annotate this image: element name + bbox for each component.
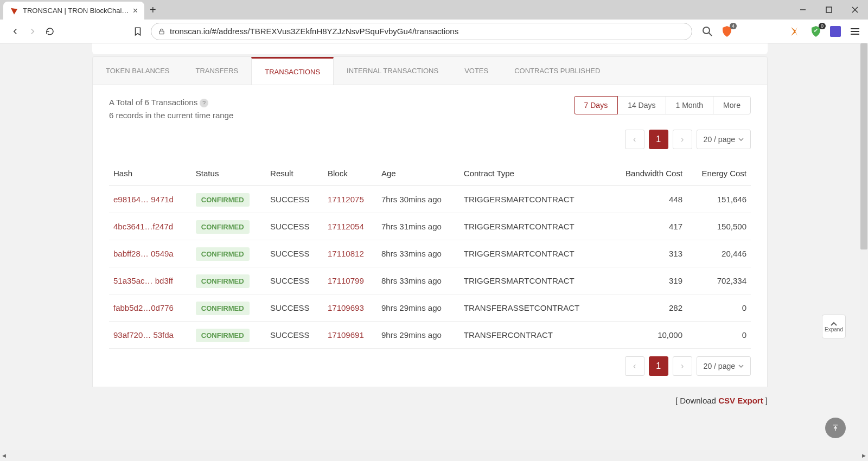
energy-cell: 20,446 [687,240,751,267]
reload-button[interactable] [41,23,59,40]
download-row: [ Download CSV Export ] [92,387,768,405]
tx-hash-link[interactable]: 93af720… 53fda [113,330,174,340]
page-size-select[interactable]: 20 / page [697,130,751,149]
vertical-scrollbar[interactable]: ▲ [860,43,868,450]
status-badge: CONFIRMED [196,302,250,315]
brave-shield-icon[interactable]: 4 [720,25,733,38]
minimize-button[interactable] [790,0,816,20]
pager-current[interactable]: 1 [649,130,668,149]
address-bar[interactable]: tronscan.io/#/address/TBREXVus3ZEkfnH8YZ… [151,23,692,40]
pager-next-button[interactable]: › [673,356,692,376]
tab-contracts-published[interactable]: CONTRACTS PUBLISHED [501,57,613,85]
lock-icon [158,28,165,35]
table-row: 51a35ac… bd3ffCONFIRMEDSUCCESS171107998h… [109,267,751,294]
expand-button[interactable]: Expand [822,315,846,338]
browser-tab[interactable]: TRONSCAN | TRON BlockChain Ex × [3,2,144,20]
browser-tab-strip: TRONSCAN | TRON BlockChain Ex × + [0,0,868,20]
block-link[interactable]: 17109691 [328,330,364,340]
extension-shield-icon[interactable]: 0 [809,25,822,38]
forward-button[interactable] [24,23,41,40]
search-icon[interactable] [701,25,714,38]
contract-cell: TRANSFERASSETCONTRACT [459,294,608,322]
scroll-right-arrow[interactable]: ▶ [862,453,866,458]
time-range-group: 7 Days14 Days1 MonthMore [575,96,751,114]
arrow-up-icon [831,424,840,432]
tx-hash-link[interactable]: fabb5d2…0d776 [113,303,174,312]
new-tab-button[interactable]: + [150,4,156,16]
chevron-down-icon [738,364,744,368]
url-text: tronscan.io/#/address/TBREXVus3ZEkfnH8YZ… [170,27,458,36]
age-cell: 7hrs 30mins ago [377,186,459,213]
transactions-panel: A Total of 6 Transactions? 6 records in … [92,85,768,387]
horizontal-scrollbar[interactable]: ◀ ▶ [0,450,868,461]
tx-hash-link[interactable]: e98164… 9471d [113,195,174,204]
back-button[interactable] [7,23,24,40]
pager-prev-button[interactable]: ‹ [625,356,644,376]
table-row: babff28… 0549aCONFIRMEDSUCCESS171108128h… [109,240,751,267]
menu-button[interactable] [848,25,861,38]
tab-votes[interactable]: VOTES [451,57,501,85]
col-age: Age [377,161,459,186]
scroll-left-arrow[interactable]: ◀ [2,453,6,458]
tab-internal-transactions[interactable]: INTERNAL TRANSACTIONS [334,57,451,85]
close-window-button[interactable] [842,0,868,20]
col-block: Block [323,161,377,186]
tx-hash-link[interactable]: babff28… 0549a [113,249,174,258]
metamask-icon[interactable] [790,25,803,38]
tx-hash-link[interactable]: 51a35ac… bd3ff [113,276,173,285]
status-badge: CONFIRMED [196,220,250,234]
status-badge: CONFIRMED [196,247,250,261]
block-link[interactable]: 17110799 [328,276,364,285]
pager-current[interactable]: 1 [649,356,668,376]
browser-toolbar: tronscan.io/#/address/TBREXVus3ZEkfnH8YZ… [0,20,868,43]
bandwidth-cell: 282 [608,294,687,322]
result-cell: SUCCESS [266,213,323,240]
svg-rect-7 [830,26,841,37]
close-icon[interactable]: × [133,6,138,16]
contract-cell: TRIGGERSMARTCONTRACT [459,213,608,240]
bandwidth-cell: 448 [608,186,687,213]
range-1-month[interactable]: 1 Month [666,96,714,114]
result-cell: SUCCESS [266,322,323,349]
tx-hash-link[interactable]: 4bc3641…f247d [113,222,173,231]
energy-cell: 150,500 [687,213,751,240]
energy-cell: 151,646 [687,186,751,213]
col-energy-cost: Energy Cost [687,161,751,186]
col-result: Result [266,161,323,186]
svg-rect-4 [159,31,164,34]
pager-top: ‹ 1 › 20 / page [109,130,751,149]
chevron-up-icon [830,321,838,326]
tab-token-balances[interactable]: TOKEN BALANCES [93,57,183,85]
result-cell: SUCCESS [266,294,323,322]
tab-title: TRONSCAN | TRON BlockChain Ex [23,7,130,15]
range-14-days[interactable]: 14 Days [617,96,666,114]
scroll-top-button[interactable] [825,418,846,438]
maximize-button[interactable] [816,0,842,20]
block-link[interactable]: 17112054 [328,222,364,231]
tab-transactions[interactable]: TRANSACTIONS [251,57,334,85]
age-cell: 9hrs 29mins ago [377,322,459,349]
block-link[interactable]: 17112075 [328,195,364,204]
scrollbar-thumb[interactable] [860,43,867,249]
csv-export-link[interactable]: CSV Export [718,396,763,405]
section-tabs: TOKEN BALANCESTRANSFERSTRANSACTIONSINTER… [92,56,768,85]
status-badge: CONFIRMED [196,193,250,207]
block-link[interactable]: 17109693 [328,303,364,312]
help-icon[interactable]: ? [200,99,208,107]
extension-icon[interactable] [829,25,842,38]
tronscan-icon [10,7,18,15]
energy-cell: 702,334 [687,267,751,294]
range-more[interactable]: More [713,96,751,114]
tab-transfers[interactable]: TRANSFERS [183,57,252,85]
bookmark-button[interactable] [129,23,146,40]
window-controls [790,0,868,20]
col-hash: Hash [109,161,192,186]
page-size-select[interactable]: 20 / page [697,356,751,376]
pager-next-button[interactable]: › [673,130,692,149]
summary-text: A Total of 6 Transactions? 6 records in … [109,96,233,122]
pager-prev-button[interactable]: ‹ [625,130,644,149]
bandwidth-cell: 10,000 [608,322,687,349]
block-link[interactable]: 17110812 [328,249,364,258]
range-7-days[interactable]: 7 Days [574,96,618,114]
shield-count: 4 [730,23,737,29]
